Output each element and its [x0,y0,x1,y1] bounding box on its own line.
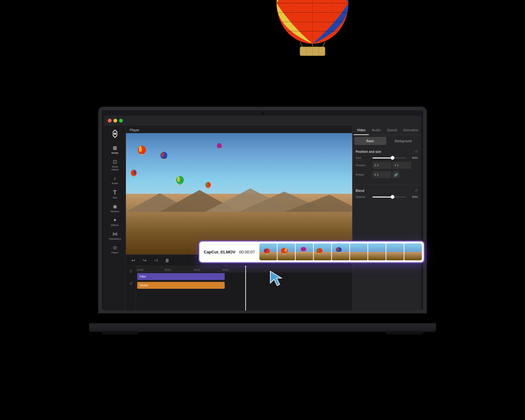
redo-button[interactable]: ↪ [141,257,148,264]
svg-rect-52 [338,252,340,253]
opacity-row: Opacity 60% [356,195,418,198]
filter-track-row: Filter [136,272,352,281]
svg-point-23 [139,146,142,152]
sticker-clip[interactable]: Sticker [137,282,225,289]
close-button[interactable] [108,119,112,122]
clip-filename: CapCut_01.MOV [204,250,235,254]
svg-point-43 [285,248,287,252]
clip-tooltip-info: CapCut_01.MOV 00:00:07 [201,248,258,256]
timeline-settings-icon[interactable]: ⊙ [129,268,133,273]
scene: ⊞ Media ⊡ Stockvideos ♪ Audio [0,0,525,420]
player-area: Player [126,126,352,254]
svg-rect-44 [283,253,286,254]
svg-point-35 [206,182,208,186]
ruler-mark-1: 00:01 [165,268,171,271]
blend-header: Blend ↺ [356,188,418,193]
sidebar-item-stock[interactable]: ⊡ Stockvideos [104,157,126,173]
blend-reset[interactable]: ↺ [415,188,418,193]
tab-video[interactable]: Video [354,126,369,135]
stock-icon: ⊡ [113,159,117,164]
subtab-basic[interactable]: Basic [354,137,386,145]
title-bar [104,116,421,126]
timeline-left-panel: ⊙ ↺ [126,266,136,311]
media-icon: ⊞ [113,146,117,151]
sidebar-item-text[interactable]: T Text [104,187,126,202]
rotate-label: Rotate [356,173,371,176]
position-y-input[interactable]: Y 2 [392,162,411,169]
position-inputs: X 2 Y 2 [372,162,411,169]
opacity-slider[interactable] [372,197,406,198]
laptop-bezel: ⊞ Media ⊡ Stockvideos ♪ Audio [98,107,427,313]
balloon-sm-4 [176,176,184,188]
svg-point-51 [337,248,338,251]
size-slider-fill [372,158,392,158]
position-size-section: Position and size ↺ Size [352,147,421,183]
sidebar-item-filters[interactable]: ⊙ Filters [104,243,126,257]
svg-rect-33 [179,184,181,185]
sidebar-item-effects[interactable]: ✦ Effects [104,215,126,229]
filter-clip[interactable]: Filter [137,273,225,280]
tab-speed[interactable]: Speed [384,126,400,135]
timeline-right-panel: 00:00 00:01 00:02 00:03 [136,266,352,311]
maximize-button[interactable] [119,119,123,122]
ruler-mark-3: 00:03 [222,268,228,271]
svg-point-48 [317,248,319,252]
svg-point-32 [177,176,180,182]
sidebar-item-stickers[interactable]: ◉ Stickers [104,202,126,215]
laptop-screen: ⊞ Media ⊡ Stockvideos ♪ Audio [104,116,421,311]
svg-point-37 [217,143,222,148]
balloon-sm-5 [205,182,211,190]
position-x-input[interactable]: X 2 [372,162,391,169]
divider-1 [352,184,421,185]
center-area: Player [126,126,352,311]
sidebar-item-transitions[interactable]: ⋈ Transitions [104,229,126,243]
sidebar-item-audio[interactable]: ♪ Audio [104,173,126,187]
size-slider[interactable] [372,158,406,158]
minimize-button[interactable] [113,119,117,122]
tab-animation[interactable]: Animation [400,126,421,135]
clip-thumb-5 [332,243,349,260]
sidebar-item-effects-label: Effects [111,224,118,227]
svg-rect-24 [141,154,143,156]
delete-button[interactable]: 🗑 [163,257,171,264]
subtab-background[interactable]: Background [388,137,419,145]
sidebar-item-media-label: Media [112,152,118,154]
app-window: ⊞ Media ⊡ Stockvideos ♪ Audio [104,116,421,311]
undo-button[interactable]: ↩ [130,257,137,264]
balloon-sm-1 [137,145,147,158]
rotate-link-btn[interactable]: 🔗 [392,171,399,178]
position-x-value: X 2 [374,164,379,167]
size-row: Size 60% [356,156,418,159]
timeline-history-icon[interactable]: ↺ [129,281,133,286]
svg-point-26 [161,152,164,158]
tab-audio[interactable]: Audio [369,126,384,135]
audio-icon: ♪ [114,176,116,181]
svg-rect-41 [265,253,268,254]
ruler-mark-2: 00:02 [194,268,200,271]
clip-tooltip: CapCut_01.MOV 00:00:07 [198,241,425,263]
clip-thumb-6 [350,243,368,260]
sidebar-item-stock-label: Stockvideos [111,165,118,171]
filters-icon: ⊙ [113,245,117,250]
playhead[interactable] [245,266,246,311]
opacity-slider-thumb[interactable] [391,195,394,199]
clip-thumb-1 [259,243,277,260]
timeline-ruler: 00:00 00:01 00:02 00:03 [136,266,352,272]
sidebar-item-media[interactable]: ⊞ Media [104,143,126,157]
position-size-reset[interactable]: ↺ [415,149,418,154]
size-slider-thumb[interactable] [391,156,394,160]
player-video [126,133,352,254]
traffic-lights [108,119,123,122]
panel-tabs: Video Audio Speed Animation [352,126,421,135]
svg-point-45 [301,247,306,252]
player-label: Player [130,128,139,132]
sidebar-item-filters-label: Filters [112,251,118,254]
sidebar-item-text-label: Text [112,196,117,199]
rotate-x-input[interactable]: X 2 [372,171,391,178]
clip-thumb-9 [404,243,422,260]
laptop-foot-right [386,331,423,334]
mountains-svg [126,187,352,212]
laptop-hinge [89,323,436,325]
sidebar-item-transitions-label: Transitions [109,238,121,240]
split-button[interactable]: ⊣ [152,257,160,264]
